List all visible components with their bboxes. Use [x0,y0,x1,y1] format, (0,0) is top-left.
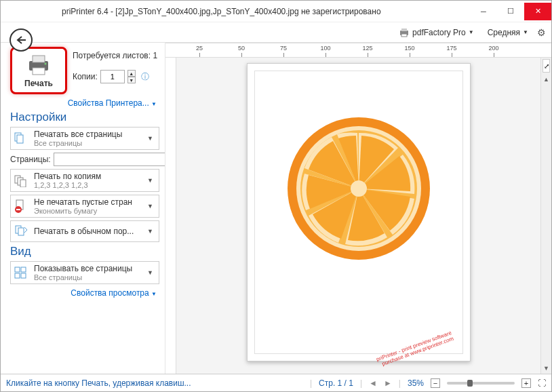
sheets-value: 1 [153,51,157,60]
printer-icon [25,54,52,76]
svg-rect-16 [18,228,24,235]
page-canvas[interactable]: priPrinter - print preview software purc… [176,58,540,374]
print-label: Печать [24,79,53,88]
page: priPrinter - print preview software purc… [247,63,471,361]
print-button[interactable]: Печать [10,47,67,94]
orange-image [284,114,433,263]
titlebar: priPrinter 6.4 - [2]Jp_STonY_400x400.jpg… [1,1,551,22]
printer-properties-link[interactable]: Свойства Принтера... ▼ [10,98,159,108]
arrow-left-icon [15,35,27,45]
svg-rect-5 [33,68,45,75]
copies-label: Копии: [73,72,98,81]
chevron-down-icon: ▼ [144,203,156,210]
sidebar: Печать Потребуется листов: 1 Копии: ▲ ▼ … [1,43,165,374]
svg-rect-4 [33,56,45,62]
statusbar: Кликайте на кнопку Печать, удерживая кла… [1,374,551,391]
chevron-down-icon: ▼ [144,135,156,142]
close-button[interactable]: ✕ [524,3,551,20]
option-all-pages[interactable]: Печатать все страницыВсе страницы ▼ [10,127,159,150]
page-indicator: Стр. 1 / 1 [319,378,353,388]
ruler-horizontal: 255075100125150175200 [165,43,551,58]
zoom-out[interactable]: − [431,378,440,388]
chevron-down-icon: ▼ [144,228,156,235]
toolbar: pdfFactory Pro ▼ Средняя ▼ ⚙ [1,22,551,43]
ruler-vertical [165,58,176,374]
next-page[interactable]: ► [384,378,392,388]
pages-label: Страницы: [10,155,51,164]
gear-icon[interactable]: ⚙ [537,27,546,38]
chevron-down-icon: ▼ [523,29,528,35]
chevron-down-icon: ▼ [144,177,156,184]
sheets-label: Потребуется листов: [73,51,151,60]
printer-selector[interactable]: pdfFactory Pro ▼ [394,26,479,39]
zoom-in[interactable]: + [521,378,531,388]
prev-page[interactable]: ◄ [369,378,377,388]
settings-heading: Настройки [10,111,159,124]
preview-pane: 255075100125150175200 [165,43,551,374]
zoom-slider[interactable] [447,382,515,385]
svg-rect-14 [16,209,20,210]
zoom-value: 35% [408,378,424,388]
option-collate[interactable]: Печать по копиям1,2,3 1,2,3 1,2,3 ▼ [10,169,159,192]
grid-icon [14,265,30,280]
info-icon[interactable]: ⓘ [141,71,149,83]
fit-icon[interactable]: ⛶ [538,378,546,388]
scroll-up[interactable]: ▲ [541,74,551,85]
quality-selector[interactable]: Средняя ▼ [483,26,533,39]
app-window: priPrinter 6.4 - [2]Jp_STonY_400x400.jpg… [0,0,552,392]
scroll-down[interactable]: ▼ [541,363,551,374]
minimize-button[interactable]: ─ [470,3,497,20]
svg-point-24 [351,180,367,197]
svg-rect-11 [20,180,26,187]
view-properties-link[interactable]: Свойства просмотра ▼ [10,288,159,298]
status-hint: Кликайте на кнопку Печать, удерживая кла… [6,378,303,388]
svg-rect-1 [401,28,407,31]
maximize-button[interactable]: ☐ [497,3,524,20]
svg-rect-18 [21,267,26,272]
copies-up[interactable]: ▲ [127,70,136,77]
option-show-all[interactable]: Показывать все страницыВсе страницы ▼ [10,261,159,284]
scrollbar-vertical[interactable]: ⤢ ▲ ▼ [540,58,551,374]
copies-down[interactable]: ▼ [127,77,136,83]
content-area: Печать Потребуется листов: 1 Копии: ▲ ▼ … [1,43,551,374]
svg-rect-17 [15,267,20,272]
svg-rect-20 [21,273,26,278]
back-button[interactable] [9,28,33,52]
option-skip-empty[interactable]: Не печатать пустые странЭкономить бумагу… [10,195,159,218]
svg-rect-8 [17,135,23,143]
window-title: priPrinter 6.4 - [2]Jp_STonY_400x400.jpg… [1,7,470,16]
printer-icon [399,28,410,37]
chevron-down-icon: ▼ [469,29,474,35]
no-empty-icon [14,199,30,214]
chevron-down-icon: ▼ [144,269,156,276]
collate-icon [14,173,30,188]
view-heading: Вид [10,245,159,258]
svg-point-6 [44,63,46,65]
quality-label: Средняя [488,28,520,37]
option-normal-order[interactable]: Печатать в обычном пор... ▼ [10,220,159,242]
pages-input[interactable] [54,153,165,166]
svg-rect-19 [15,273,20,278]
svg-rect-2 [401,34,407,37]
printer-name: pdfFactory Pro [412,28,466,37]
pages-icon [14,131,30,146]
copies-input[interactable] [100,70,125,83]
expand-icon[interactable]: ⤢ [543,59,550,73]
order-icon [14,224,30,239]
